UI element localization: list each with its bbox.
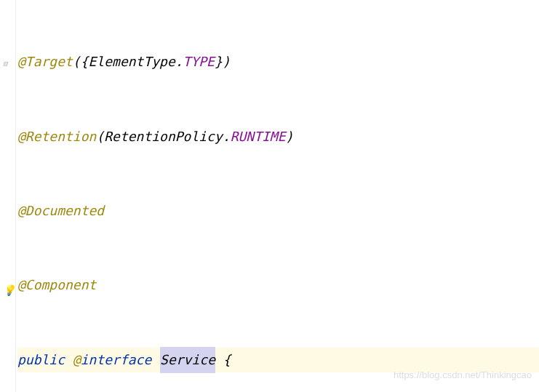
annotation: @Component: [17, 273, 96, 297]
brace: {: [215, 348, 231, 372]
dot: .: [175, 49, 183, 74]
enum-constant: TYPE: [183, 49, 215, 74]
code-line[interactable]: 💡@Component: [17, 273, 539, 298]
intention-bulb-icon[interactable]: 💡: [3, 281, 13, 291]
code-line[interactable]: ⊟@Target({ElementType.TYPE}): [17, 49, 539, 74]
enum-constant: RUNTIME: [231, 124, 286, 149]
paren: ({: [73, 49, 89, 74]
fold-icon[interactable]: ⊟: [3, 57, 13, 67]
paren: ): [285, 124, 293, 149]
keyword: interface: [81, 348, 152, 372]
watermark-text: https://blog.csdn.net/Thinkingcao: [394, 367, 532, 385]
annotation: @Retention: [17, 124, 96, 149]
at-sign: @: [73, 348, 81, 372]
selected-text: Service: [160, 347, 215, 373]
code-line[interactable]: @Documented: [17, 199, 539, 223]
class-ref: ElementType: [89, 49, 175, 74]
dot: .: [223, 124, 231, 149]
keyword: public: [17, 348, 65, 372]
paren: }): [215, 49, 231, 74]
annotation: @Target: [17, 49, 73, 74]
code-line[interactable]: @Retention(RetentionPolicy.RUNTIME): [17, 124, 539, 149]
annotation: @Documented: [17, 199, 104, 223]
code-editor[interactable]: ⊟@Target({ElementType.TYPE}) @Retention(…: [0, 0, 539, 392]
class-ref: RetentionPolicy: [104, 124, 223, 149]
paren: (: [96, 124, 104, 149]
